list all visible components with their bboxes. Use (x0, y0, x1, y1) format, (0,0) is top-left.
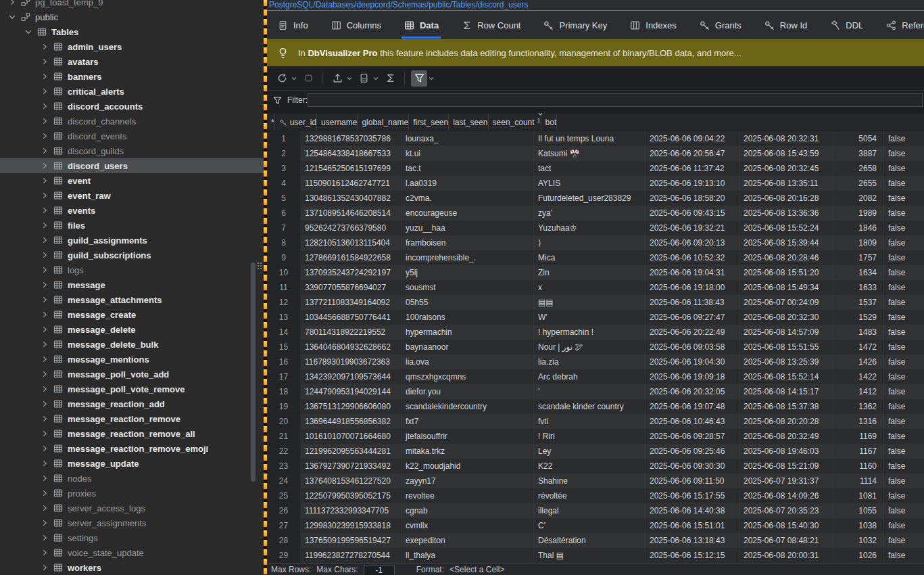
cell-last-seen[interactable]: 2025-06-08 20:32:30 (739, 310, 833, 325)
cell-bot[interactable]: false (884, 146, 924, 161)
cell-seen-count[interactable]: 1633 (833, 280, 884, 295)
row-number[interactable]: 8 (267, 235, 301, 250)
cell-user-id[interactable]: 1225079950395052175 (301, 488, 402, 503)
cell-last-seen[interactable]: 2025-06-08 15:51:20 (739, 265, 833, 280)
cell-username[interactable]: l.aa0319 (402, 176, 534, 191)
cell-global-name[interactable]: W' (534, 310, 646, 325)
cell-first-seen[interactable]: 2025-06-06 18:58:20 (646, 191, 739, 206)
tree-item[interactable]: Tables (0, 24, 264, 39)
chevron-right-icon[interactable] (41, 221, 49, 229)
chevron-right-icon[interactable] (41, 102, 49, 110)
cell-username[interactable]: 100raisons (402, 310, 534, 325)
chevron-right-icon[interactable] (24, 28, 32, 36)
tab-references[interactable]: References (883, 11, 924, 39)
row-number[interactable]: 24 (267, 474, 301, 488)
cell-last-seen[interactable]: 2025-06-08 14:57:09 (739, 325, 833, 340)
cell-username[interactable]: fxt7 (402, 414, 534, 429)
cell-bot[interactable]: false (884, 206, 924, 221)
cell-last-seen[interactable]: 2025-06-08 20:00:31 (739, 548, 833, 563)
cell-bot[interactable]: false (884, 340, 924, 354)
chevron-right-icon[interactable] (41, 415, 49, 423)
cell-bot[interactable]: false (884, 235, 924, 250)
tab-columns[interactable]: Columns (329, 11, 383, 39)
cell-user-id[interactable]: 1369644918556856382 (301, 414, 402, 429)
filter-toggle-button[interactable] (411, 70, 435, 87)
cell-seen-count[interactable]: 1026 (833, 548, 884, 563)
tree-item[interactable]: critical_alerts (0, 84, 264, 99)
cell-global-name[interactable]: illegal (534, 503, 646, 518)
dropdown-chevron-icon[interactable] (346, 75, 353, 82)
chevron-right-icon[interactable] (41, 444, 49, 453)
cell-user-id[interactable]: 780114318922219552 (301, 325, 402, 340)
cell-bot[interactable]: false (884, 161, 924, 176)
cell-user-id[interactable]: 1329881678537035786 (301, 131, 402, 146)
cell-user-id[interactable]: 1034456688750776441 (301, 310, 402, 325)
cell-user-id[interactable]: 1364046804932628662 (301, 340, 402, 354)
dropdown-chevron-icon[interactable] (428, 75, 435, 82)
cell-username[interactable]: baynaanoor (402, 340, 534, 354)
row-number[interactable]: 10 (267, 265, 301, 280)
tree-item[interactable]: pg_toast_temp_9 (0, 0, 264, 9)
cell-last-seen[interactable]: 2025-06-07 00:24:09 (739, 295, 833, 310)
cell-global-name[interactable]: ! Riri (534, 429, 646, 444)
tree-item[interactable]: message_poll_vote_add (0, 367, 264, 382)
row-number[interactable]: 23 (267, 459, 301, 474)
table-row[interactable]: 15 1364046804932628662 baynaanoor Nour |… (267, 340, 924, 354)
cell-username[interactable]: 05h55 (402, 295, 534, 310)
cell-last-seen[interactable]: 2025-06-08 20:20:28 (739, 414, 833, 429)
cell-first-seen[interactable]: 2025-06-06 19:04:30 (646, 354, 739, 369)
chevron-right-icon[interactable] (41, 296, 49, 304)
cell-seen-count[interactable]: 1634 (833, 265, 884, 280)
table-row[interactable]: 9 1278669161584922658 incomprehensible_.… (267, 250, 924, 265)
cell-last-seen[interactable]: 2025-06-08 15:43:59 (739, 146, 833, 161)
cell-first-seen[interactable]: 2025-06-06 19:13:10 (646, 176, 739, 191)
cell-global-name[interactable]: ! hypermachin ! (534, 325, 646, 340)
chevron-right-icon[interactable] (41, 236, 49, 244)
tab-ddl[interactable]: DDL (827, 11, 865, 39)
column-header[interactable]: user_id (275, 114, 317, 131)
chevron-right-icon[interactable] (41, 340, 49, 348)
cell-user-id[interactable]: 1150901612462747721 (301, 176, 402, 191)
cell-seen-count[interactable]: 1032 (833, 533, 884, 548)
chevron-right-icon[interactable] (41, 459, 49, 467)
cell-user-id[interactable]: 1219962095563444281 (301, 444, 402, 459)
dropdown-chevron-icon[interactable] (291, 75, 297, 82)
cell-bot[interactable]: false (884, 429, 924, 444)
chevron-right-icon[interactable] (41, 266, 49, 274)
cell-global-name[interactable]: Nour | نور 🕊 (534, 340, 646, 354)
table-row[interactable]: 6 1371089514646208514 encourageuse zya’ … (267, 206, 924, 221)
tree-item[interactable]: workers (0, 560, 264, 575)
cell-last-seen[interactable]: 2025-06-08 14:15:17 (739, 384, 833, 399)
table-row[interactable]: 8 1282105136013115404 framboisen ⟩ 2025-… (267, 235, 924, 250)
tree-item[interactable]: message_poll_vote_remove (0, 382, 264, 396)
tree-item[interactable]: message_delete (0, 322, 264, 337)
cell-global-name[interactable]: Désaltération (534, 533, 646, 548)
row-number[interactable]: 21 (267, 429, 301, 444)
cell-bot[interactable]: false (884, 399, 924, 414)
tree-item[interactable]: message_reaction_remove_all (0, 426, 264, 441)
chevron-right-icon[interactable] (8, 0, 16, 6)
cell-user-id[interactable]: 1367513129906606080 (301, 399, 402, 414)
row-number[interactable]: 2 (267, 146, 301, 161)
cell-first-seen[interactable]: 2025-06-06 14:40:38 (646, 503, 739, 518)
cell-global-name[interactable]: Mica (534, 250, 646, 265)
tree-item[interactable]: discord_channels (0, 114, 264, 129)
chevron-right-icon[interactable] (41, 72, 49, 80)
cell-username[interactable]: diefor.you (402, 384, 534, 399)
cell-global-name[interactable]: Futurdeleted_user283829 (534, 191, 646, 206)
cell-last-seen[interactable]: 2025-06-08 20:16:28 (739, 191, 833, 206)
cell-username[interactable]: c2vma. (402, 191, 534, 206)
row-number[interactable]: 11 (267, 280, 301, 295)
tab-primary-key[interactable]: Primary Key (541, 11, 609, 39)
cell-user-id[interactable]: 1376509199596519427 (301, 533, 402, 548)
cell-bot[interactable]: false (884, 131, 924, 146)
cell-global-name[interactable]: Yuzuhaa♔ (534, 221, 646, 235)
export-button[interactable] (329, 70, 353, 87)
row-number[interactable]: 3 (267, 161, 301, 176)
cell-first-seen[interactable]: 2025-06-06 20:32:05 (646, 384, 739, 399)
chevron-right-icon[interactable] (41, 147, 49, 155)
chevron-right-icon[interactable] (41, 534, 49, 542)
row-number[interactable]: 18 (267, 384, 301, 399)
cell-first-seen[interactable]: 2025-06-06 10:46:43 (646, 414, 739, 429)
chevron-right-icon[interactable] (41, 177, 49, 185)
